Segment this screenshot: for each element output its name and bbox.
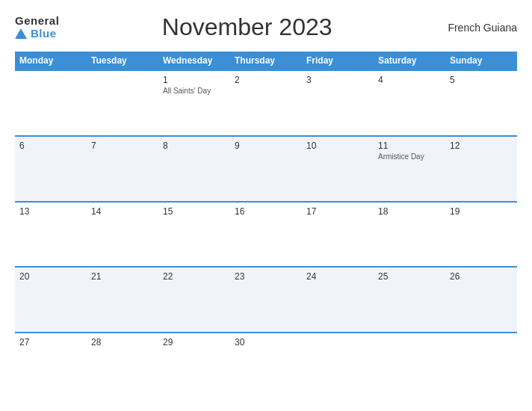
- day-number: 8: [163, 140, 226, 151]
- calendar-cell: 11Armistice Day: [374, 137, 445, 201]
- day-of-week-wednesday: Wednesday: [158, 52, 230, 69]
- day-number: 7: [91, 140, 154, 151]
- holiday-label: Armistice Day: [378, 152, 441, 161]
- day-number: 6: [19, 140, 82, 151]
- day-number: 3: [306, 75, 369, 85]
- calendar-cell: [15, 71, 87, 135]
- day-number: 12: [450, 140, 513, 151]
- calendar-cell: 21: [87, 268, 158, 332]
- day-number: 26: [450, 271, 513, 282]
- calendar: MondayTuesdayWednesdayThursdayFridaySatu…: [15, 52, 517, 398]
- day-of-week-thursday: Thursday: [230, 52, 302, 69]
- day-number: 27: [19, 337, 82, 347]
- day-number: 23: [235, 271, 297, 282]
- calendar-week-5: 27282930: [15, 332, 517, 398]
- calendar-cell: 1All Saints' Day: [158, 71, 230, 135]
- calendar-cell: 6: [15, 137, 87, 201]
- calendar-cell: 3: [302, 71, 374, 135]
- day-number: 13: [19, 206, 82, 217]
- calendar-cell: 17: [302, 203, 374, 267]
- calendar-cell: 16: [230, 203, 302, 267]
- calendar-cell: 12: [445, 137, 517, 201]
- calendar-cell: [87, 71, 158, 135]
- day-number: 5: [450, 75, 513, 85]
- day-number: 21: [91, 271, 154, 282]
- day-number: 11: [378, 140, 441, 151]
- calendar-cell: 15: [158, 203, 230, 267]
- day-number: 1: [163, 75, 226, 85]
- calendar-cell: 26: [445, 268, 517, 332]
- calendar-week-2: 67891011Armistice Day12: [15, 135, 517, 201]
- calendar-cell: 28: [87, 333, 158, 398]
- calendar-cell: 27: [15, 333, 87, 398]
- calendar-week-1: 1All Saints' Day2345: [15, 69, 517, 135]
- calendar-cell: 23: [230, 268, 302, 332]
- day-number: 16: [235, 206, 297, 217]
- logo-general-text: General: [15, 15, 59, 28]
- calendar-title: November 2023: [59, 13, 435, 41]
- calendar-cell: 19: [445, 203, 517, 267]
- day-number: 15: [163, 206, 226, 217]
- calendar-cell: 22: [158, 268, 230, 332]
- day-number: 17: [306, 206, 369, 217]
- calendar-cell: 13: [15, 203, 87, 267]
- holiday-label: All Saints' Day: [163, 87, 226, 96]
- region-label: French Guiana: [435, 22, 517, 34]
- calendar-cell: 8: [158, 137, 230, 201]
- calendar-cell: 29: [158, 333, 230, 398]
- calendar-cell: [302, 333, 374, 398]
- calendar-header-row: MondayTuesdayWednesdayThursdayFridaySatu…: [15, 52, 517, 69]
- day-number: 29: [163, 337, 226, 347]
- calendar-cell: 20: [15, 268, 87, 332]
- day-number: 30: [235, 337, 297, 347]
- day-number: 25: [378, 271, 441, 282]
- calendar-cell: 18: [374, 203, 445, 267]
- day-number: 20: [19, 271, 82, 282]
- day-of-week-saturday: Saturday: [374, 52, 445, 69]
- calendar-cell: 4: [374, 71, 445, 135]
- calendar-cell: 24: [302, 268, 374, 332]
- day-number: 24: [306, 271, 369, 282]
- day-number: 19: [450, 206, 513, 217]
- calendar-cell: 7: [87, 137, 158, 201]
- calendar-cell: 9: [230, 137, 302, 201]
- page: General Blue November 2023 French Guiana…: [0, 0, 532, 411]
- calendar-cell: 5: [445, 71, 517, 135]
- calendar-cell: 30: [230, 333, 302, 398]
- day-number: 4: [378, 75, 441, 85]
- calendar-cell: 25: [374, 268, 445, 332]
- logo-blue-row: Blue: [15, 27, 57, 40]
- calendar-cell: [374, 333, 445, 398]
- header: General Blue November 2023 French Guiana: [15, 13, 517, 41]
- day-number: 9: [235, 140, 297, 151]
- day-number: 14: [91, 206, 154, 217]
- day-number: 28: [91, 337, 154, 347]
- calendar-cell: 2: [230, 71, 302, 135]
- day-number: 18: [378, 206, 441, 217]
- day-of-week-monday: Monday: [15, 52, 87, 69]
- calendar-week-3: 13141516171819: [15, 201, 517, 267]
- calendar-body: 1All Saints' Day234567891011Armistice Da…: [15, 69, 517, 398]
- day-of-week-friday: Friday: [302, 52, 374, 69]
- day-of-week-sunday: Sunday: [445, 52, 517, 69]
- day-number: 22: [163, 271, 226, 282]
- calendar-week-4: 20212223242526: [15, 266, 517, 332]
- logo: General Blue: [15, 15, 59, 40]
- calendar-cell: 10: [302, 137, 374, 201]
- day-number: 10: [306, 140, 369, 151]
- day-of-week-tuesday: Tuesday: [87, 52, 158, 69]
- day-number: 2: [235, 75, 297, 85]
- logo-triangle-icon: [15, 28, 27, 39]
- logo-blue-text: Blue: [31, 27, 57, 40]
- calendar-cell: 14: [87, 203, 158, 267]
- calendar-cell: [445, 333, 517, 398]
